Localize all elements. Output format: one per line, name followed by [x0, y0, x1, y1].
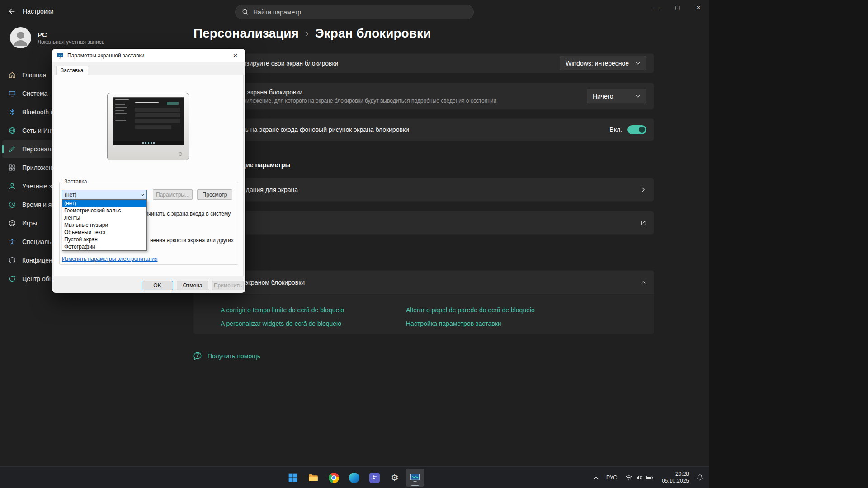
app-title: Настройки — [23, 8, 54, 15]
dropdown-option[interactable]: Мыльные пузыри — [62, 221, 146, 229]
user-name: PC — [38, 31, 104, 39]
search-box[interactable] — [235, 5, 474, 19]
volume-icon — [636, 474, 643, 481]
screensaver-preview-button[interactable]: Просмотр — [197, 189, 232, 200]
dropdown-option[interactable]: Пустой экран — [62, 236, 146, 243]
dropdown-option[interactable]: Объемный текст — [62, 229, 146, 236]
taskbar-icons: ⚙ — [284, 469, 424, 487]
clock[interactable]: 20:28 05.10.2025 — [662, 471, 689, 484]
clock-icon — [9, 201, 16, 208]
system-tray: РУС 20:28 05.10.2025 — [591, 467, 705, 488]
get-help-link[interactable]: Получить помощь — [193, 352, 260, 361]
tab-screensaver[interactable]: Заставка — [56, 66, 88, 75]
dropdown-option[interactable]: (нет) — [62, 200, 146, 207]
apply-button[interactable]: Применить — [212, 281, 244, 290]
person-icon — [10, 27, 31, 48]
chevron-down-icon — [635, 94, 641, 98]
cancel-button[interactable]: Отмена — [177, 281, 208, 290]
screensaver-combobox[interactable]: (нет) — [62, 190, 147, 199]
lockscreen-status-row: Состояние экрана блокировки Выберите при… — [193, 83, 654, 110]
screensaver-dialog-taskbar-button[interactable] — [406, 469, 424, 487]
file-explorer-button[interactable] — [304, 469, 322, 487]
quick-settings[interactable] — [623, 472, 656, 483]
tray-overflow-button[interactable] — [591, 473, 601, 483]
brush-icon — [9, 145, 16, 153]
chrome-button[interactable] — [325, 469, 343, 487]
globe-icon — [9, 127, 16, 134]
lockscreen-status-select[interactable]: Ничего — [587, 89, 646, 103]
dropdown-option[interactable]: Ленты — [62, 214, 146, 221]
xbox-icon — [9, 220, 16, 227]
help-accordion: Помощь с экраном блокировки A corrigir o… — [193, 270, 654, 334]
start-button[interactable] — [284, 469, 302, 487]
dropdown-option[interactable]: Фотографии — [62, 243, 146, 250]
personalize-lockscreen-row: Персонализируйте свой экран блокировки W… — [193, 53, 654, 73]
chevron-down-icon — [141, 193, 145, 196]
page-title: Экран блокировки — [315, 26, 431, 41]
breadcrumb-parent[interactable]: Персонализация — [193, 26, 299, 41]
breadcrumb-separator: › — [305, 27, 309, 40]
chevron-up-icon — [640, 279, 646, 286]
help-links-panel: A corrigir o tempo limite do ecrã de blo… — [194, 294, 654, 334]
wifi-icon — [625, 474, 632, 481]
search-input[interactable] — [253, 9, 467, 16]
settings-button[interactable]: ⚙ — [386, 469, 404, 487]
lockscreen-background-select[interactable]: Windows: интересное — [560, 56, 646, 70]
chrome-icon — [329, 473, 339, 483]
language-indicator[interactable]: РУС — [606, 474, 617, 481]
home-icon — [9, 71, 16, 79]
user-subtitle: Локальная учетная запись — [38, 39, 104, 45]
help-accordion-header[interactable]: Помощь с экраном блокировки — [194, 271, 654, 294]
teams-icon — [369, 473, 380, 483]
row-subtitle: Выберите приложение, для которого на экр… — [214, 98, 496, 104]
account-person-icon — [9, 183, 16, 190]
desktop-screen: Настройки — ▢ ✕ PC Локальная учетная зап… — [0, 0, 709, 488]
screensaver-options-button[interactable]: Параметры... — [153, 189, 193, 200]
signin-background-row: Показывать на экране входа фоновый рисун… — [193, 118, 654, 141]
edge-button[interactable] — [345, 469, 363, 487]
start-on-signin-label: Начинать с экрана входа в систему — [142, 211, 231, 217]
window-controls: — ▢ ✕ — [646, 0, 709, 15]
preview-taskbar — [113, 141, 184, 145]
help-link[interactable]: A corrigir o tempo limite do ecrã de blo… — [221, 306, 344, 314]
gear-icon: ⚙ — [391, 473, 399, 482]
breadcrumb: Персонализация › Экран блокировки — [193, 26, 431, 41]
screen-timeout-row[interactable]: Время ожидания для экрана — [193, 178, 654, 202]
help-link[interactable]: Alterar o papel de parede do ecrã de blo… — [406, 306, 535, 314]
windows-logo-icon — [288, 473, 298, 483]
help-link[interactable]: Настройка параметров заставки — [406, 320, 501, 327]
toggle-state-label: Вкл. — [609, 126, 622, 133]
preview-screen — [113, 97, 184, 145]
teams-button[interactable] — [365, 469, 383, 487]
maximize-button[interactable]: ▢ — [667, 0, 688, 15]
screensaver-app-icon — [57, 52, 64, 59]
notification-center-button[interactable] — [694, 472, 705, 483]
signin-background-toggle[interactable] — [627, 125, 646, 134]
screensaver-row[interactable]: Заставка — [193, 211, 654, 235]
toggle-knob — [639, 127, 645, 133]
chevron-down-icon — [635, 61, 641, 65]
row-title: Состояние экрана блокировки — [214, 89, 496, 96]
external-link-icon — [640, 220, 646, 226]
group-label: Заставка — [62, 178, 89, 185]
screensaver-preview-monitor — [107, 93, 189, 160]
taskbar: ⚙ РУС 20:28 05.10.2025 — [0, 466, 709, 488]
ok-button[interactable]: OK — [142, 281, 173, 290]
screensaver-window-icon — [410, 473, 420, 483]
tray-time: 20:28 — [662, 471, 689, 478]
minimize-button[interactable]: — — [646, 0, 667, 15]
chevron-up-icon — [593, 475, 599, 481]
dialog-close-button[interactable]: ✕ — [225, 49, 245, 62]
help-link[interactable]: A personalizar widgets do ecrã de bloque… — [221, 320, 341, 327]
back-arrow-icon — [8, 8, 15, 15]
user-account[interactable]: PC Локальная учетная запись — [10, 27, 104, 48]
change-power-settings-link[interactable]: Изменить параметры электропитания — [62, 256, 157, 262]
tray-date: 05.10.2025 — [662, 478, 689, 484]
dropdown-option[interactable]: Геометрический вальс — [62, 207, 146, 214]
close-button[interactable]: ✕ — [688, 0, 709, 15]
avatar — [10, 27, 31, 48]
search-icon — [242, 9, 249, 15]
screensaver-settings-dialog: Параметры экранной заставки ✕ Заставка — [52, 49, 245, 293]
back-button[interactable] — [6, 6, 17, 17]
dialog-title: Параметры экранной заставки — [67, 52, 145, 59]
